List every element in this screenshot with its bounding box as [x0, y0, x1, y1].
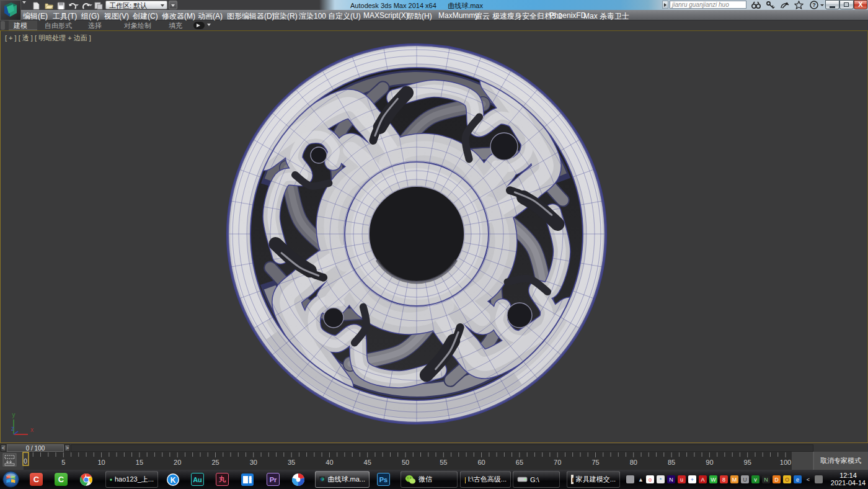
svg-text:30: 30: [250, 459, 257, 466]
svg-text:45: 45: [364, 459, 371, 466]
svg-text:取消专家模式: 取消专家模式: [820, 457, 861, 464]
svg-text:25: 25: [211, 459, 219, 466]
svg-text:85: 85: [668, 459, 675, 466]
svg-text:0: 0: [24, 458, 27, 465]
svg-text:65: 65: [516, 459, 523, 466]
svg-text:35: 35: [288, 459, 295, 466]
svg-text:90: 90: [706, 459, 713, 466]
svg-text:70: 70: [554, 459, 561, 466]
svg-text:100: 100: [780, 459, 791, 466]
svg-text:20: 20: [174, 459, 181, 466]
svg-text:75: 75: [591, 459, 599, 466]
svg-text:15: 15: [136, 459, 143, 466]
svg-text:60: 60: [477, 459, 485, 466]
svg-text:5: 5: [61, 459, 65, 466]
svg-text:80: 80: [630, 459, 637, 466]
svg-text:95: 95: [744, 459, 751, 466]
svg-text:10: 10: [97, 459, 105, 466]
svg-text:55: 55: [440, 459, 447, 466]
svg-text:40: 40: [326, 459, 333, 466]
svg-text:K: K: [170, 475, 175, 484]
svg-text:?: ?: [812, 2, 816, 8]
svg-text:50: 50: [402, 459, 409, 466]
